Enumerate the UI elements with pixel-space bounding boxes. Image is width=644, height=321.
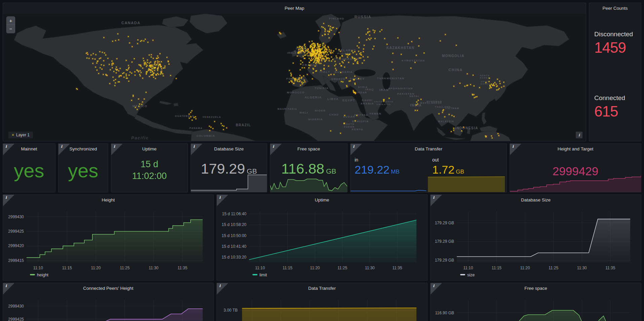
svg-text:×: × [293,77,295,80]
svg-text:MALAYSIA: MALAYSIA [438,120,454,123]
svg-text:×: × [115,65,117,69]
database-size-chart[interactable]: 179.29 GB179.29 GB179.29 GB11:1011:1511:… [431,195,641,281]
uptime-chart-panel: i Uptime 15 d 10:33:2015 d 10:41:4015 d … [216,194,428,281]
svg-text:×: × [362,55,364,58]
svg-text:KYRGYZSTAN: KYRGYZSTAN [402,59,425,62]
map-layer-toggle[interactable]: ×Layer 1 [8,132,33,138]
svg-text:×: × [349,53,351,56]
svg-text:×: × [312,42,313,46]
map-attribution-button[interactable]: i [576,132,582,138]
svg-text:×: × [488,77,490,80]
svg-text:2999420: 2999420 [8,243,24,248]
svg-text:×: × [397,36,399,40]
svg-text:×: × [324,60,326,63]
map-zoom-in-button[interactable]: + [7,17,15,25]
svg-text:×: × [307,73,308,76]
svg-text:×: × [418,37,420,40]
svg-text:×: × [358,46,360,49]
svg-text:×: × [223,125,225,128]
svg-text:×: × [292,61,294,65]
database-size-chart-title[interactable]: Database Size [431,197,641,202]
svg-text:SUDAN: SUDAN [344,126,355,128]
svg-text:×: × [319,54,321,57]
height-chart-title[interactable]: Height [3,197,213,202]
svg-text:×: × [96,68,98,72]
svg-text:×: × [108,63,110,66]
data-transfer-title[interactable]: Data Transfer [351,146,507,151]
peer-counts-title[interactable]: Peer Counts [589,3,641,14]
uptime-title[interactable]: Uptime [111,146,188,151]
svg-text:×: × [340,71,341,74]
svg-text:×: × [304,79,305,82]
free-space-chart-title[interactable]: Free space [431,286,641,291]
svg-text:VIETNAM: VIETNAM [445,107,459,109]
svg-text:×: × [335,68,337,72]
svg-text:×: × [98,72,99,75]
synchronized-value: yes [58,159,108,182]
svg-text:×: × [154,60,156,64]
world-map-canvas[interactable]: CANADARUSSIAFINLANDUNITEDKINGDOMIRELANDF… [3,14,586,141]
svg-text:×: × [309,40,310,43]
map-zoom-out-button[interactable]: − [7,25,15,33]
svg-text:×: × [309,52,311,55]
height-chart[interactable]: 299941529994202999425299943011:1011:1511… [3,195,213,281]
svg-text:×: × [109,82,111,85]
height-target-title[interactable]: Height and Target [510,146,641,151]
svg-text:×: × [92,52,94,55]
svg-text:×: × [455,44,457,47]
world-map[interactable]: CANADARUSSIAFINLANDUNITEDKINGDOMIRELANDF… [3,14,586,141]
svg-text:×: × [92,57,93,60]
svg-text:×: × [132,94,134,97]
svg-text:×: × [316,59,318,62]
svg-text:×: × [365,33,367,36]
svg-text:179.29 GB: 179.29 GB [435,239,454,244]
svg-text:×: × [415,54,417,57]
svg-text:×: × [332,26,334,29]
svg-text:×: × [459,82,461,85]
svg-text:×: × [423,51,425,55]
svg-text:×: × [144,61,146,64]
svg-text:11:10: 11:10 [33,266,43,270]
svg-text:11:15: 11:15 [283,266,292,270]
svg-text:×: × [297,51,299,55]
svg-text:×: × [134,106,136,109]
svg-text:×: × [188,117,190,120]
svg-text:11:20: 11:20 [91,266,101,270]
svg-text:×: × [462,126,464,129]
svg-text:×: × [166,56,168,59]
svg-text:11:25: 11:25 [120,266,129,270]
svg-text:×: × [443,108,444,111]
svg-text:×: × [314,64,316,68]
svg-text:×: × [363,44,365,47]
svg-text:×: × [145,91,147,94]
svg-text:×: × [330,55,332,59]
svg-text:11:15: 11:15 [62,266,72,270]
connected-peers-height-chart-title[interactable]: Connected Peers' Height [3,286,213,291]
uptime-chart-title[interactable]: Uptime [217,197,427,202]
svg-text:×: × [158,73,159,76]
svg-text:×: × [472,74,474,77]
svg-text:×: × [321,25,323,29]
svg-text:×: × [209,129,210,132]
peer-map-title[interactable]: Peer Map [3,3,586,14]
svg-text:×: × [95,53,96,56]
svg-text:×: × [346,76,347,80]
uptime-chart[interactable]: 15 d 10:33:2015 d 10:41:4015 d 10:50:001… [217,195,427,281]
svg-text:×: × [335,63,336,66]
database-size-title[interactable]: Database Size [191,146,267,151]
svg-text:MAURITANIA: MAURITANIA [278,108,297,110]
svg-text:×: × [323,64,325,67]
svg-text:×: × [326,50,327,53]
data-transfer-chart-title[interactable]: Data Transfer [217,286,427,291]
svg-text:×: × [110,68,111,72]
free-space-title[interactable]: Free space [270,146,347,151]
svg-text:×: × [328,30,330,33]
svg-text:CHAD: CHAD [329,113,339,116]
svg-text:×: × [330,59,332,63]
svg-text:×: × [300,59,301,62]
svg-text:×: × [313,67,314,71]
svg-text:11:20: 11:20 [310,266,320,270]
svg-text:×: × [301,82,303,86]
svg-text:×: × [312,77,313,81]
svg-text:KAZAKHSTAN: KAZAKHSTAN [387,46,415,50]
